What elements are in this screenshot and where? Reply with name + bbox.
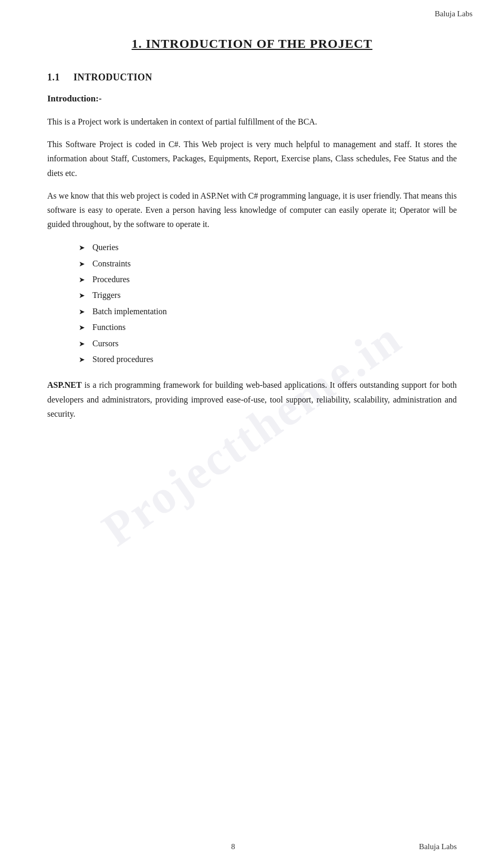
page-number: 8 (47, 842, 419, 851)
section-title-text: INTRODUCTION (74, 72, 152, 82)
sub-heading: Introduction:- (47, 94, 457, 104)
paragraph-3: As we know that this web project is code… (47, 189, 457, 232)
section-1-1-title: 1.1 INTRODUCTION (47, 72, 457, 83)
paragraph-1: This is a Project work is undertaken in … (47, 115, 457, 129)
footer: 8 Baluja Labs (0, 842, 504, 851)
list-item: Queries (79, 240, 457, 255)
paragraph-4-body: is a rich programming framework for buil… (47, 380, 457, 418)
aspnet-label: ASP.NET (47, 380, 82, 389)
page: Projecttheme.in Baluja Labs 1. INTRODUCT… (0, 0, 504, 867)
bullet-list: Queries Constraints Procedures Triggers … (79, 240, 457, 367)
paragraph-4: ASP.NET is a rich programming framework … (47, 378, 457, 421)
header-brand: Baluja Labs (435, 9, 472, 18)
main-content: 1. INTRODUCTION OF THE PROJECT 1.1 INTRO… (47, 37, 457, 421)
list-item: Functions (79, 319, 457, 335)
main-title: 1. INTRODUCTION OF THE PROJECT (47, 37, 457, 51)
list-item: Triggers (79, 287, 457, 303)
paragraph-2: This Software Project is coded in C#. Th… (47, 137, 457, 180)
footer-brand: Baluja Labs (419, 842, 457, 851)
list-item: Procedures (79, 272, 457, 287)
list-item: Batch implementation (79, 304, 457, 319)
list-item: Cursors (79, 336, 457, 352)
list-item: Stored procedures (79, 352, 457, 367)
list-item: Constraints (79, 256, 457, 272)
section-number: 1.1 (47, 72, 71, 83)
